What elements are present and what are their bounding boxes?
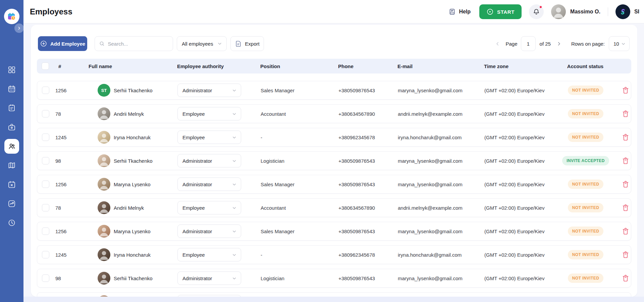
sidebar-nav [4, 62, 19, 230]
row-checkbox[interactable] [42, 251, 49, 258]
avatar [98, 248, 110, 261]
row-checkbox[interactable] [42, 181, 49, 188]
row-checkbox[interactable] [42, 204, 49, 211]
delete-button[interactable] [621, 180, 630, 189]
chevron-right-icon [17, 26, 21, 30]
phone: +380509876543 [336, 158, 395, 164]
next-page-button[interactable] [555, 40, 563, 48]
play-icon [486, 8, 494, 15]
position: Accountant [258, 205, 336, 211]
avatar [98, 201, 110, 214]
app-root: Employess Help START [0, 0, 644, 302]
row-checkbox[interactable] [42, 157, 49, 164]
user-name[interactable]: Massimo O. [570, 9, 600, 15]
account-status-badge: NOT INVITED [568, 86, 603, 95]
authority-dropdown[interactable]: Employee [177, 107, 241, 120]
sidebar-item-dashboard[interactable] [4, 62, 19, 77]
rows-per-page-select[interactable]: 10 [609, 36, 630, 51]
app-logo[interactable] [4, 9, 19, 24]
export-button[interactable]: Export [230, 36, 264, 51]
delete-button[interactable] [621, 156, 630, 165]
avatar-photo [98, 154, 110, 167]
position: Logistician [258, 158, 336, 164]
prev-page-button[interactable] [493, 40, 502, 48]
trash-icon [622, 180, 630, 188]
sidebar-item-briefcase[interactable] [4, 120, 19, 135]
export-label: Export [245, 41, 259, 47]
avatar-photo [98, 201, 110, 214]
page-number-input[interactable] [521, 36, 536, 51]
row-checkbox[interactable] [42, 87, 49, 94]
employee-filter-select[interactable]: All employees [177, 36, 227, 51]
avatar-photo [98, 248, 110, 261]
authority-dropdown[interactable]: Employee [177, 131, 241, 144]
phone: +380509876543 [336, 88, 395, 93]
sidebar-item-calendar[interactable] [4, 82, 19, 96]
trash-icon [622, 157, 630, 165]
delete-button[interactable] [621, 86, 630, 95]
sidebar-item-map[interactable] [4, 158, 19, 173]
reports-icon [8, 200, 16, 208]
row-checkbox[interactable] [42, 274, 49, 282]
column-phone: Phone [335, 63, 395, 69]
position: Sales Manager [258, 229, 336, 234]
calendar-icon [8, 85, 16, 93]
employees-icon [8, 142, 16, 150]
row-checkbox[interactable] [42, 228, 49, 235]
dashboard-icon [8, 66, 16, 74]
topbar-divider [608, 7, 608, 16]
employee-name: Andrii Melnyk [114, 111, 177, 117]
table-row: 1256Maryna LysenkoAdministratorSales Man… [37, 222, 631, 241]
authority-dropdown[interactable]: Administrator [177, 224, 241, 238]
sidebar-expand-button[interactable] [14, 23, 24, 33]
authority-dropdown[interactable]: Employee [177, 201, 241, 214]
row-checkbox[interactable] [42, 134, 49, 141]
account-status-badge: NOT INVITED [568, 133, 603, 142]
table-row: 1256STSerhii TkachenkoAdministratorSales… [37, 81, 631, 100]
chevron-down-icon [232, 111, 237, 116]
email: maryna_lysenko@gmail.com [395, 182, 482, 187]
notifications-button[interactable] [529, 4, 544, 19]
email: maryna_lysenko@gmail.com [395, 158, 482, 164]
authority-dropdown[interactable]: Administrator [177, 84, 241, 97]
sidebar-item-reports[interactable] [4, 196, 19, 211]
delete-button[interactable] [621, 273, 630, 283]
sidebar [0, 0, 23, 302]
select-all-checkbox[interactable] [42, 62, 49, 70]
delete-button[interactable] [621, 250, 630, 259]
authority-dropdown[interactable]: Administrator [177, 271, 241, 285]
authority-dropdown[interactable]: Administrator [177, 178, 241, 191]
avatar-photo [98, 272, 110, 285]
delete-button[interactable] [621, 203, 630, 212]
sidebar-item-notes[interactable] [4, 101, 19, 115]
sidebar-item-calendar-x[interactable] [4, 177, 19, 192]
trash-icon [622, 251, 630, 259]
delete-button[interactable] [621, 133, 630, 142]
delete-button[interactable] [621, 109, 630, 118]
user-avatar[interactable] [551, 4, 566, 19]
timezone: (GMT +02:00) Europe/Kiev [482, 111, 554, 117]
sidebar-item-clock[interactable] [4, 215, 19, 230]
authority-value: Administrator [182, 158, 212, 164]
phone: +380509876543 [336, 275, 395, 281]
brand-logo[interactable] [615, 4, 630, 19]
account-status-badge: NOT INVITED [568, 109, 603, 118]
phone: +380634567890 [336, 111, 395, 117]
authority-dropdown[interactable]: Administrator [177, 154, 241, 167]
authority-dropdown[interactable]: Employee [177, 248, 241, 261]
delete-button[interactable] [621, 226, 630, 236]
start-button[interactable]: START [479, 4, 522, 19]
add-employee-button[interactable]: Add Employee [38, 36, 87, 51]
employees-card: Add Employee All employees [31, 25, 637, 297]
table-row: 78Andrii MelnykEmployeeAccountant+380634… [37, 104, 631, 123]
phone: +380962345678 [336, 252, 395, 258]
calendar-x-icon [8, 181, 16, 189]
main-content: Add Employee All employees [23, 23, 644, 302]
sidebar-item-employees[interactable] [4, 139, 19, 154]
search-input[interactable] [108, 41, 169, 47]
avatar [98, 154, 110, 167]
row-checkbox[interactable] [42, 110, 49, 117]
trash-icon [622, 133, 630, 141]
position: Sales Manager [258, 88, 336, 93]
help-button[interactable]: Help [448, 8, 471, 15]
